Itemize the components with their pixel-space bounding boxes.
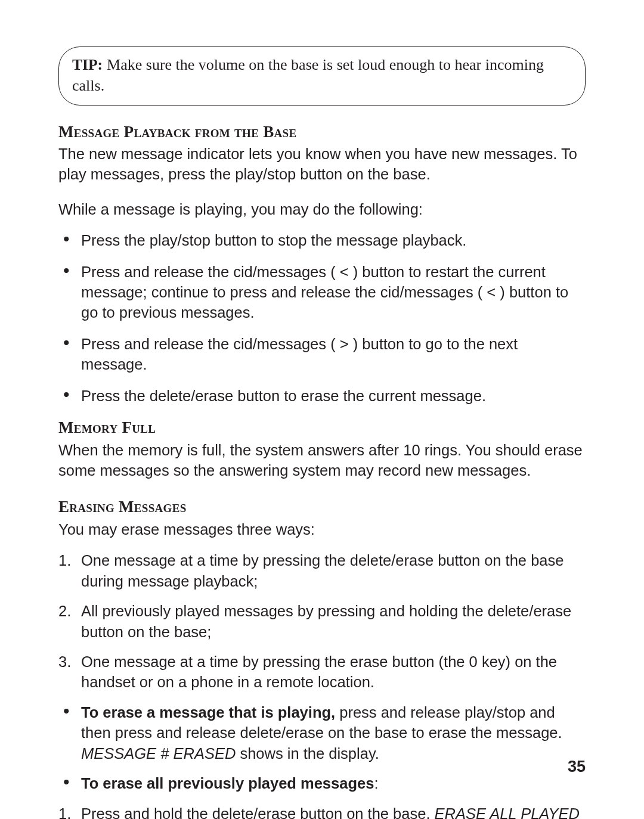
- erase-playing-bullet: To erase a message that is playing, pres…: [58, 702, 586, 764]
- erase-all-bullet: To erase all previously played messages:: [58, 773, 586, 793]
- bullet-bold: To erase all previously played messages: [81, 775, 374, 792]
- bullet-bold: To erase a message that is playing,: [81, 704, 335, 721]
- playback-intro: The new message indicator lets you know …: [58, 144, 586, 185]
- bullet-colon: :: [374, 775, 378, 792]
- tip-text: Make sure the volume on the base is set …: [72, 56, 544, 94]
- step-text: All previously played messages by pressi…: [81, 603, 571, 640]
- erasing-step: 1.One message at a time by pressing the …: [58, 550, 586, 591]
- page-number: 35: [568, 756, 586, 777]
- bullet-italic: MESSAGE # ERASED: [81, 745, 236, 762]
- bullet-text: Press and release the cid/messages ( < )…: [81, 263, 568, 321]
- section-heading-memory-full: Memory Full: [58, 406, 586, 438]
- step-number: 3.: [58, 652, 71, 672]
- erasing-intro: You may erase messages three ways:: [58, 519, 586, 539]
- tip-callout: TIP: Make sure the volume on the base is…: [58, 46, 586, 106]
- playback-bullet: Press and release the cid/messages ( < )…: [58, 262, 586, 323]
- playback-bullets: Press the play/stop button to stop the m…: [58, 230, 586, 406]
- step-number: 1.: [58, 804, 71, 819]
- step-text: One message at a time by pressing the de…: [81, 552, 564, 589]
- erasing-step: 2.All previously played messages by pres…: [58, 601, 586, 642]
- erasing-substep: 1.Press and hold the delete/erase button…: [58, 804, 586, 819]
- erasing-step: 3.One message at a time by pressing the …: [58, 652, 586, 693]
- step-number: 2.: [58, 601, 71, 621]
- erasing-substeps: 1.Press and hold the delete/erase button…: [58, 804, 586, 819]
- bullet-text: Press the delete/erase button to erase t…: [81, 387, 486, 404]
- tip-label: TIP:: [72, 56, 103, 73]
- section-heading-erasing: Erasing Messages: [58, 480, 586, 517]
- erasing-steps: 1.One message at a time by pressing the …: [58, 550, 586, 693]
- memory-full-body: When the memory is full, the system answ…: [58, 440, 586, 481]
- bullet-after-italic: shows in the display.: [236, 745, 379, 762]
- playback-bullet: Press the play/stop button to stop the m…: [58, 230, 586, 250]
- step-text: One message at a time by pressing the er…: [81, 653, 557, 690]
- manual-page: TIP: Make sure the volume on the base is…: [58, 46, 586, 819]
- playback-bullet: Press the delete/erase button to erase t…: [58, 386, 586, 406]
- bullet-text: Press the play/stop button to stop the m…: [81, 232, 466, 249]
- substep-pre: Press and hold the delete/erase button o…: [81, 805, 435, 819]
- erasing-bullets: To erase a message that is playing, pres…: [58, 702, 586, 794]
- playback-while-playing: While a message is playing, you may do t…: [58, 199, 586, 219]
- playback-bullet: Press and release the cid/messages ( > )…: [58, 334, 586, 375]
- step-number: 1.: [58, 550, 71, 570]
- section-heading-playback: Message Playback from the Base: [58, 117, 586, 142]
- bullet-text: Press and release the cid/messages ( > )…: [81, 336, 518, 373]
